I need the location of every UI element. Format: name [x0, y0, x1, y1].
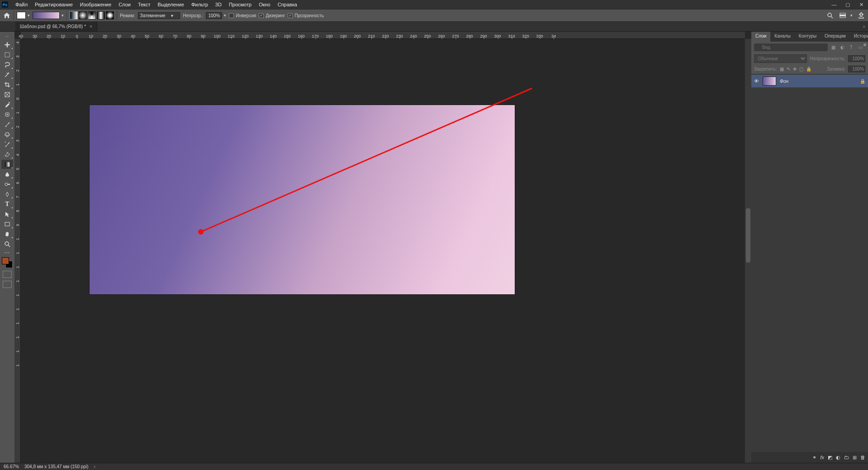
menu-view[interactable]: Просмотр	[225, 0, 255, 9]
filter-type-icon[interactable]: T	[848, 44, 855, 51]
transparency-checkbox[interactable]: Прозрачность	[288, 13, 324, 18]
dropdown-icon[interactable]: ▾	[850, 13, 853, 18]
tab-paths[interactable]: Контуры	[795, 32, 821, 42]
blur-tool[interactable]	[1, 170, 13, 179]
layer-thumbnail[interactable]	[763, 77, 776, 86]
layer-opacity-input[interactable]	[848, 55, 865, 62]
gradient-tool[interactable]	[1, 160, 13, 169]
pen-tool[interactable]	[1, 190, 13, 199]
adjustment-layer-icon[interactable]: ◐	[836, 455, 840, 460]
tab-overflow-icon[interactable]: »	[863, 22, 868, 31]
layer-lock-icon[interactable]: 🔒	[860, 79, 865, 84]
clone-stamp-tool[interactable]	[1, 130, 13, 139]
filter-shape-icon[interactable]: ▭	[857, 44, 864, 51]
crop-tool[interactable]	[1, 80, 13, 89]
menu-file[interactable]: Файл	[12, 0, 31, 9]
minimize-button[interactable]: —	[827, 0, 841, 9]
tab-history[interactable]: История	[850, 32, 868, 42]
dither-checkbox[interactable]: Дизеринг	[259, 13, 285, 18]
lock-artboard-icon[interactable]: ▢	[799, 67, 803, 72]
panel-grip[interactable]: ››	[5, 34, 9, 38]
link-layers-icon[interactable]: ⚭	[812, 455, 816, 460]
menu-edit[interactable]: Редактирование	[31, 0, 76, 9]
layer-visibility-icon[interactable]: 👁	[754, 78, 759, 84]
gradient-swatch[interactable]	[17, 12, 26, 19]
layer-row[interactable]: 👁 Фон 🔒	[751, 75, 868, 87]
menu-type[interactable]: Текст	[134, 0, 154, 9]
lock-position-icon[interactable]: ✥	[793, 67, 797, 72]
dropdown-icon[interactable]: ▾	[224, 13, 226, 18]
delete-layer-icon[interactable]: 🗑	[860, 455, 865, 460]
dropdown-icon[interactable]: ▾	[28, 13, 30, 18]
layer-fill-input[interactable]	[848, 66, 865, 72]
tab-channels[interactable]: Каналы	[770, 32, 795, 42]
gradient-linear[interactable]	[70, 11, 78, 19]
rectangle-tool[interactable]	[1, 220, 13, 229]
type-tool[interactable]: T	[1, 200, 13, 209]
lasso-tool[interactable]	[1, 60, 13, 69]
layer-group-icon[interactable]: 🗀	[844, 455, 849, 460]
screen-mode-toggle[interactable]	[3, 281, 12, 288]
menu-layer[interactable]: Слои	[115, 0, 134, 9]
filter-adjust-icon[interactable]: ◐	[839, 44, 846, 51]
dodge-tool[interactable]	[1, 180, 13, 189]
filter-pixel-icon[interactable]: ▦	[830, 44, 837, 51]
quick-mask-toggle[interactable]	[3, 271, 12, 278]
lock-all-icon[interactable]: 🔒	[806, 67, 811, 72]
tool-overflow[interactable]: •••	[5, 250, 9, 254]
scrollbar-thumb[interactable]	[746, 208, 750, 263]
home-icon[interactable]	[3, 11, 11, 19]
zoom-level[interactable]: 66.67%	[4, 464, 19, 469]
tab-close-icon[interactable]: ×	[90, 24, 92, 29]
frame-icon[interactable]	[839, 11, 847, 19]
tab-actions[interactable]: Операции	[821, 32, 850, 42]
hand-tool[interactable]	[1, 230, 13, 239]
new-layer-icon[interactable]: ⊞	[853, 455, 857, 460]
document-info[interactable]: 304,8 мм x 135,47 мм (150 ppi)	[24, 464, 88, 469]
layer-mask-icon[interactable]: ◩	[828, 455, 832, 460]
tab-layers[interactable]: Слои	[751, 32, 770, 42]
eyedropper-tool[interactable]	[1, 100, 13, 109]
zoom-tool[interactable]	[1, 240, 13, 249]
brush-tool[interactable]	[1, 120, 13, 129]
layer-name-label[interactable]: Фон	[780, 79, 856, 84]
blend-mode-select[interactable]: Затемнение ▾	[138, 12, 180, 19]
layer-fx-icon[interactable]: fx	[820, 455, 824, 460]
lock-image-icon[interactable]: ✎	[787, 67, 790, 72]
history-brush-tool[interactable]	[1, 140, 13, 149]
maximize-button[interactable]: ▢	[841, 0, 854, 9]
search-icon[interactable]	[826, 11, 834, 19]
share-icon[interactable]	[857, 11, 865, 19]
menu-image[interactable]: Изображение	[76, 0, 115, 9]
gradient-angle[interactable]	[88, 11, 96, 19]
menu-select[interactable]: Выделение	[154, 0, 188, 9]
gradient-diamond[interactable]	[106, 11, 114, 19]
layer-filter-input[interactable]	[754, 43, 828, 51]
healing-brush-tool[interactable]	[1, 110, 13, 119]
canvas-viewport[interactable]	[21, 39, 745, 463]
close-button[interactable]: ✕	[854, 0, 868, 9]
menu-window[interactable]: Окно	[255, 0, 274, 9]
magic-wand-tool[interactable]	[1, 70, 13, 79]
gradient-radial[interactable]	[79, 11, 87, 19]
ruler-horizontal[interactable]: 4030201001020304050607080901001101201301…	[21, 32, 745, 39]
vertical-scrollbar[interactable]	[745, 39, 751, 463]
layer-blend-select[interactable]: Обычные	[754, 54, 807, 63]
foreground-color[interactable]	[2, 257, 9, 264]
dropdown-icon[interactable]: ▾	[62, 13, 64, 18]
lock-transparency-icon[interactable]: ▦	[780, 67, 784, 72]
status-menu-icon[interactable]: ›	[94, 464, 95, 469]
eraser-tool[interactable]	[1, 150, 13, 159]
document-tab[interactable]: Шаблон.psd @ 66,7% (RGB/8) * ×	[15, 22, 97, 31]
menu-filter[interactable]: Фильтр	[188, 0, 212, 9]
opacity-input[interactable]: 100%	[206, 12, 222, 19]
move-tool[interactable]	[1, 40, 13, 49]
gradient-picker[interactable]	[33, 12, 60, 19]
gradient-reflected[interactable]	[97, 11, 105, 19]
reverse-checkbox[interactable]: Инверсия	[229, 13, 256, 18]
frame-tool[interactable]	[1, 90, 13, 99]
path-selection-tool[interactable]	[1, 210, 13, 219]
menu-3d[interactable]: 3D	[212, 0, 225, 9]
ruler-vertical[interactable]: 432101234567891111111111	[14, 39, 21, 463]
menu-help[interactable]: Справка	[274, 0, 301, 9]
